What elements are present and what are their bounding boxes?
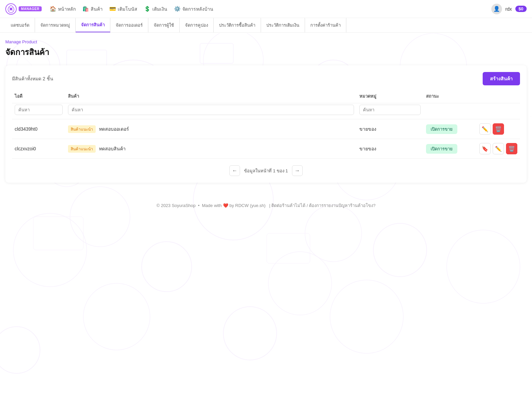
- pagination-text: ข้อมูลในหน้าที่ 1 ของ 1: [244, 167, 288, 174]
- secondary-navigation: แดชบอร์ด จัดการหมวดหมู่ จัดการสินค้า จัด…: [0, 18, 532, 33]
- row-product-2: สินค้าแนะนำ ทดสอบสินค้า: [65, 139, 357, 159]
- svg-rect-23: [33, 217, 83, 250]
- app-logo-icon: [5, 3, 17, 15]
- product-name-1: ทดสอบออเดอร์: [99, 126, 129, 132]
- user-avatar: 👤: [491, 4, 502, 14]
- username: rdx: [505, 6, 512, 12]
- nav-topup-bonus-label: เติมโบนัส: [118, 5, 137, 13]
- pagination-prev[interactable]: ←: [229, 165, 240, 176]
- product-count: มีสินค้าทั้งหมด 2 ชิ้น: [12, 75, 53, 82]
- filter-id-input[interactable]: [15, 105, 63, 115]
- action-btns-2: 🔖 ✏️ 🗑️: [479, 143, 517, 154]
- svg-point-25: [83, 283, 150, 350]
- create-product-button[interactable]: สร้างสินค้า: [483, 72, 520, 85]
- filter-row: [12, 103, 520, 119]
- bookmark-button-2[interactable]: 🔖: [479, 143, 491, 154]
- row-product-1: สินค้าแนะนำ ทดสอบออเดอร์: [65, 119, 357, 139]
- table-row: cld3439ht0 สินค้าแนะนำ ทดสอบออเดอร์ ขายข…: [12, 119, 520, 139]
- svg-point-20: [268, 252, 332, 315]
- table-header-row: ไอดี สินค้า หมวดหมู่ สถานะ: [12, 91, 520, 103]
- svg-point-18: [13, 213, 87, 287]
- row-category-1: ขายของ: [357, 119, 423, 139]
- edit-button-1[interactable]: ✏️: [479, 123, 491, 135]
- topup-icon: 💲: [144, 6, 151, 12]
- row-status-1: เปิดการขาย: [423, 119, 477, 139]
- svg-rect-24: [267, 233, 310, 263]
- svg-point-28: [0, 327, 40, 373]
- row-category-2: ขายของ: [357, 139, 423, 159]
- footer-heart-icon: ❤️: [223, 203, 230, 208]
- table-row: clczxvzoi0 สินค้าแนะนำ ทดสอบสินค้า ขายขอ…: [12, 139, 520, 159]
- product-tag-2: สินค้าแนะนำ: [68, 145, 96, 153]
- top-navigation: MANAGER 🏠 หน้าหลัก 🛍️ สินค้า 💳 เติมโบนัส…: [0, 0, 532, 18]
- footer-copyright: © 2023 SoyuraShop: [156, 203, 195, 208]
- svg-point-21: [373, 223, 427, 277]
- product-card: มีสินค้าทั้งหมด 2 ชิ้น สร้างสินค้า ไอดี …: [5, 65, 527, 183]
- pagination: ← ข้อมูลในหน้าที่ 1 ของ 1 →: [12, 165, 520, 176]
- logo-area[interactable]: MANAGER: [5, 3, 42, 15]
- product-tag-1: สินค้าแนะนำ: [68, 125, 96, 133]
- edit-button-2[interactable]: ✏️: [493, 143, 504, 154]
- nav-home-label: หน้าหลัก: [58, 5, 76, 13]
- col-header-status: สถานะ: [423, 91, 477, 103]
- status-badge-2: เปิดการขาย: [426, 144, 457, 154]
- row-id-2: clczxvzoi0: [12, 139, 65, 159]
- delete-button-2[interactable]: 🗑️: [506, 143, 517, 154]
- footer: © 2023 SoyuraShop • Made with ❤️ by RDCW…: [0, 196, 532, 215]
- nav-products-label: สินค้า: [91, 5, 103, 13]
- svg-point-19: [142, 242, 192, 292]
- footer-made-with: Made with: [202, 203, 222, 208]
- pagination-next[interactable]: →: [292, 165, 303, 176]
- table-body: cld3439ht0 สินค้าแนะนำ ทดสอบออเดอร์ ขายข…: [12, 119, 520, 159]
- footer-contact: | ติดต่อร้านค้าไม่ได้ / ต้องการรายงานปัญ…: [269, 203, 375, 208]
- breadcrumb: Manage Product: [5, 39, 527, 44]
- nav-admin-label: จัดการหลังบ้าน: [182, 5, 213, 13]
- sec-nav-coupons[interactable]: จัดการคูปอง: [180, 18, 214, 32]
- nav-home[interactable]: 🏠 หน้าหลัก: [50, 5, 76, 13]
- filter-product-input[interactable]: [68, 105, 354, 115]
- balance-badge: $0: [515, 6, 527, 12]
- product-name-2: ทดสอบสินค้า: [99, 146, 126, 151]
- nav-items: 🏠 หน้าหลัก 🛍️ สินค้า 💳 เติมโบนัส 💲 เติมเ…: [50, 5, 483, 13]
- product-table: ไอดี สินค้า หมวดหมู่ สถานะ: [12, 91, 520, 159]
- manager-badge: MANAGER: [19, 6, 42, 11]
- home-icon: 🏠: [50, 6, 56, 12]
- sec-nav-products[interactable]: จัดการสินค้า: [76, 18, 110, 32]
- sec-nav-settings[interactable]: การตั้งค่าร้านค้า: [305, 18, 346, 32]
- row-status-2: เปิดการขาย: [423, 139, 477, 159]
- topup-bonus-icon: 💳: [109, 6, 116, 12]
- nav-topup-label: เติมเงิน: [152, 5, 167, 13]
- footer-by: by RDCW (yue.sh): [229, 203, 265, 208]
- sec-nav-users[interactable]: จัดการผู้ใช้: [148, 18, 180, 32]
- sec-nav-purchase-history[interactable]: ประวัติการซื้อสินค้า: [214, 18, 261, 32]
- nav-topup-bonus[interactable]: 💳 เติมโบนัส: [109, 5, 137, 13]
- main-content: Manage Product จัดการสินค้า มีสินค้าทั้ง…: [0, 33, 532, 189]
- col-header-actions: [477, 91, 520, 103]
- nav-products[interactable]: 🛍️ สินค้า: [82, 5, 103, 13]
- page-title: จัดการสินค้า: [5, 46, 527, 59]
- sec-nav-dashboard[interactable]: แดชบอร์ด: [5, 18, 35, 32]
- svg-point-26: [223, 307, 277, 360]
- nav-right: 👤 rdx $0: [491, 4, 527, 14]
- sec-nav-topup-history[interactable]: ประวัติการเติมเงิน: [261, 18, 305, 32]
- products-icon: 🛍️: [82, 6, 89, 12]
- svg-point-22: [447, 230, 520, 303]
- nav-topup[interactable]: 💲 เติมเงิน: [144, 5, 167, 13]
- col-header-id: ไอดี: [12, 91, 65, 103]
- action-btns-1: ✏️ 🗑️: [479, 123, 517, 135]
- sec-nav-categories[interactable]: จัดการหมวดหมู่: [35, 18, 76, 32]
- col-header-category: หมวดหมู่: [357, 91, 423, 103]
- admin-icon: ⚙️: [174, 6, 181, 12]
- nav-admin[interactable]: ⚙️ จัดการหลังบ้าน: [174, 5, 213, 13]
- filter-category-input[interactable]: [359, 105, 421, 115]
- status-badge-1: เปิดการขาย: [426, 124, 457, 134]
- svg-point-27: [330, 280, 403, 353]
- row-id-1: cld3439ht0: [12, 119, 65, 139]
- card-header: มีสินค้าทั้งหมด 2 ชิ้น สร้างสินค้า: [12, 72, 520, 85]
- delete-button-1[interactable]: 🗑️: [493, 123, 504, 135]
- col-header-product: สินค้า: [65, 91, 357, 103]
- sec-nav-orders[interactable]: จัดการออเดอร์: [110, 18, 148, 32]
